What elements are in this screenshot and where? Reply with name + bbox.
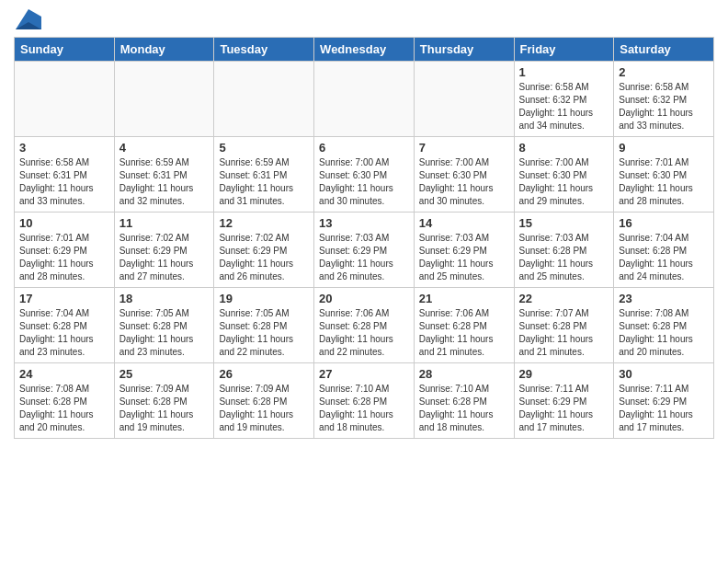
day-number: 2 [619, 65, 709, 79]
day-number: 1 [519, 65, 609, 79]
day-cell: 19Sunrise: 7:05 AM Sunset: 6:28 PM Dayli… [214, 288, 314, 363]
day-cell: 18Sunrise: 7:05 AM Sunset: 6:28 PM Dayli… [114, 288, 214, 363]
calendar-body: 1Sunrise: 6:58 AM Sunset: 6:32 PM Daylig… [15, 62, 714, 439]
day-cell: 11Sunrise: 7:02 AM Sunset: 6:29 PM Dayli… [114, 213, 214, 288]
weekday-header-friday: Friday [514, 38, 614, 62]
day-number: 30 [619, 367, 709, 381]
day-number: 16 [619, 216, 709, 230]
day-number: 17 [19, 292, 109, 305]
day-info: Sunrise: 7:05 AM Sunset: 6:28 PM Dayligh… [119, 307, 210, 359]
day-cell: 26Sunrise: 7:09 AM Sunset: 6:28 PM Dayli… [214, 363, 314, 439]
day-number: 21 [419, 292, 509, 305]
day-info: Sunrise: 6:59 AM Sunset: 6:31 PM Dayligh… [119, 156, 210, 208]
day-info: Sunrise: 7:00 AM Sunset: 6:30 PM Dayligh… [519, 156, 609, 208]
week-row-1: 1Sunrise: 6:58 AM Sunset: 6:32 PM Daylig… [15, 62, 714, 137]
day-cell: 1Sunrise: 6:58 AM Sunset: 6:32 PM Daylig… [514, 62, 614, 137]
day-info: Sunrise: 7:02 AM Sunset: 6:29 PM Dayligh… [219, 232, 309, 283]
day-cell: 20Sunrise: 7:06 AM Sunset: 6:28 PM Dayli… [314, 288, 415, 363]
day-cell: 6Sunrise: 7:00 AM Sunset: 6:30 PM Daylig… [314, 137, 415, 213]
day-number: 18 [119, 292, 210, 305]
day-cell: 8Sunrise: 7:00 AM Sunset: 6:30 PM Daylig… [514, 137, 614, 213]
day-cell: 29Sunrise: 7:11 AM Sunset: 6:29 PM Dayli… [514, 363, 614, 439]
logo-icon [16, 9, 41, 29]
day-number: 15 [519, 216, 609, 230]
day-number: 9 [619, 141, 709, 155]
day-number: 14 [419, 216, 509, 230]
day-info: Sunrise: 7:01 AM Sunset: 6:29 PM Dayligh… [19, 232, 109, 283]
day-number: 13 [319, 216, 409, 230]
logo [14, 9, 41, 29]
day-number: 23 [619, 292, 709, 305]
day-cell: 3Sunrise: 6:58 AM Sunset: 6:31 PM Daylig… [15, 137, 115, 213]
day-info: Sunrise: 7:06 AM Sunset: 6:28 PM Dayligh… [319, 307, 409, 359]
header [14, 9, 714, 29]
week-row-5: 24Sunrise: 7:08 AM Sunset: 6:28 PM Dayli… [15, 363, 714, 439]
day-cell [114, 62, 214, 137]
day-number: 8 [519, 141, 609, 155]
day-cell: 30Sunrise: 7:11 AM Sunset: 6:29 PM Dayli… [614, 363, 714, 439]
day-info: Sunrise: 7:08 AM Sunset: 6:28 PM Dayligh… [19, 383, 109, 434]
day-number: 3 [19, 141, 109, 155]
day-number: 25 [119, 367, 210, 381]
day-cell: 9Sunrise: 7:01 AM Sunset: 6:30 PM Daylig… [614, 137, 714, 213]
day-cell: 12Sunrise: 7:02 AM Sunset: 6:29 PM Dayli… [214, 213, 314, 288]
day-cell: 22Sunrise: 7:07 AM Sunset: 6:28 PM Dayli… [514, 288, 614, 363]
day-info: Sunrise: 7:01 AM Sunset: 6:30 PM Dayligh… [619, 156, 709, 208]
logo-area [14, 9, 41, 29]
weekday-header-wednesday: Wednesday [314, 38, 415, 62]
page: SundayMondayTuesdayWednesdayThursdayFrid… [0, 0, 728, 563]
day-cell: 2Sunrise: 6:58 AM Sunset: 6:32 PM Daylig… [614, 62, 714, 137]
day-number: 27 [319, 367, 409, 381]
day-number: 6 [319, 141, 409, 155]
day-number: 5 [219, 141, 309, 155]
day-number: 4 [119, 141, 210, 155]
day-cell: 5Sunrise: 6:59 AM Sunset: 6:31 PM Daylig… [214, 137, 314, 213]
weekday-header-saturday: Saturday [614, 38, 714, 62]
day-cell: 15Sunrise: 7:03 AM Sunset: 6:28 PM Dayli… [514, 213, 614, 288]
day-info: Sunrise: 7:07 AM Sunset: 6:28 PM Dayligh… [519, 307, 609, 359]
day-cell: 16Sunrise: 7:04 AM Sunset: 6:28 PM Dayli… [614, 213, 714, 288]
day-cell: 24Sunrise: 7:08 AM Sunset: 6:28 PM Dayli… [15, 363, 115, 439]
day-number: 7 [419, 141, 509, 155]
day-cell: 13Sunrise: 7:03 AM Sunset: 6:29 PM Dayli… [314, 213, 415, 288]
day-info: Sunrise: 6:58 AM Sunset: 6:32 PM Dayligh… [519, 81, 609, 132]
week-row-3: 10Sunrise: 7:01 AM Sunset: 6:29 PM Dayli… [15, 213, 714, 288]
calendar-header: SundayMondayTuesdayWednesdayThursdayFrid… [15, 38, 714, 62]
day-info: Sunrise: 7:09 AM Sunset: 6:28 PM Dayligh… [119, 383, 210, 434]
day-info: Sunrise: 6:59 AM Sunset: 6:31 PM Dayligh… [219, 156, 309, 208]
day-cell [214, 62, 314, 137]
day-info: Sunrise: 7:10 AM Sunset: 6:28 PM Dayligh… [419, 383, 509, 434]
day-cell: 14Sunrise: 7:03 AM Sunset: 6:29 PM Dayli… [414, 213, 514, 288]
day-number: 12 [219, 216, 309, 230]
day-info: Sunrise: 7:02 AM Sunset: 6:29 PM Dayligh… [119, 232, 210, 283]
day-cell: 17Sunrise: 7:04 AM Sunset: 6:28 PM Dayli… [15, 288, 115, 363]
day-info: Sunrise: 7:00 AM Sunset: 6:30 PM Dayligh… [319, 156, 409, 208]
day-number: 28 [419, 367, 509, 381]
day-info: Sunrise: 7:08 AM Sunset: 6:28 PM Dayligh… [619, 307, 709, 359]
day-info: Sunrise: 7:11 AM Sunset: 6:29 PM Dayligh… [619, 383, 709, 434]
calendar: SundayMondayTuesdayWednesdayThursdayFrid… [14, 37, 714, 439]
day-cell: 21Sunrise: 7:06 AM Sunset: 6:28 PM Dayli… [414, 288, 514, 363]
day-number: 10 [19, 216, 109, 230]
weekday-header-sunday: Sunday [15, 38, 115, 62]
weekday-header-thursday: Thursday [414, 38, 514, 62]
day-cell: 4Sunrise: 6:59 AM Sunset: 6:31 PM Daylig… [114, 137, 214, 213]
weekday-header-tuesday: Tuesday [214, 38, 314, 62]
day-cell: 7Sunrise: 7:00 AM Sunset: 6:30 PM Daylig… [414, 137, 514, 213]
day-number: 22 [519, 292, 609, 305]
day-info: Sunrise: 7:03 AM Sunset: 6:28 PM Dayligh… [519, 232, 609, 283]
day-number: 24 [19, 367, 109, 381]
day-info: Sunrise: 7:05 AM Sunset: 6:28 PM Dayligh… [219, 307, 309, 359]
day-info: Sunrise: 6:58 AM Sunset: 6:32 PM Dayligh… [619, 81, 709, 132]
day-cell [15, 62, 115, 137]
day-info: Sunrise: 7:11 AM Sunset: 6:29 PM Dayligh… [519, 383, 609, 434]
day-number: 20 [319, 292, 409, 305]
day-number: 26 [219, 367, 309, 381]
day-info: Sunrise: 6:58 AM Sunset: 6:31 PM Dayligh… [19, 156, 109, 208]
day-info: Sunrise: 7:03 AM Sunset: 6:29 PM Dayligh… [419, 232, 509, 283]
day-info: Sunrise: 7:03 AM Sunset: 6:29 PM Dayligh… [319, 232, 409, 283]
day-cell [314, 62, 415, 137]
day-cell: 25Sunrise: 7:09 AM Sunset: 6:28 PM Dayli… [114, 363, 214, 439]
day-cell: 10Sunrise: 7:01 AM Sunset: 6:29 PM Dayli… [15, 213, 115, 288]
day-info: Sunrise: 7:09 AM Sunset: 6:28 PM Dayligh… [219, 383, 309, 434]
